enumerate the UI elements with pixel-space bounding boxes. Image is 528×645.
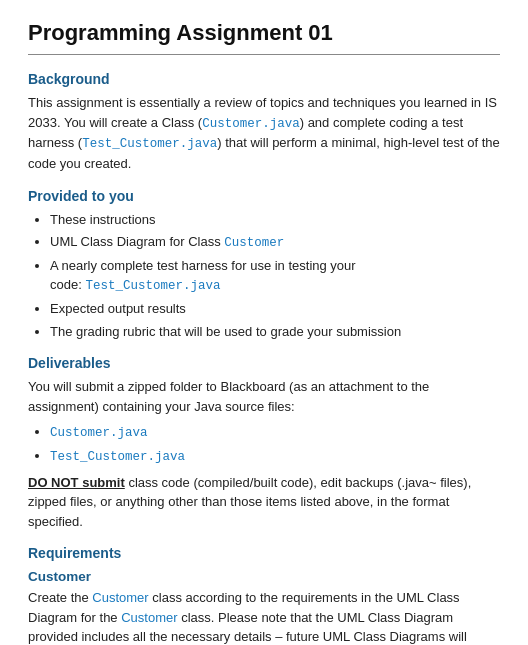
list-item: Customer.java xyxy=(50,422,500,443)
background-heading: Background xyxy=(28,71,500,87)
requirements-section: Requirements Customer Create the Custome… xyxy=(28,545,500,645)
title-divider xyxy=(28,54,500,55)
list-item: These instructions xyxy=(50,210,500,230)
customer-subheading: Customer xyxy=(28,569,500,584)
customer-inline2: Customer xyxy=(121,610,177,625)
test-customer-java-link[interactable]: Test_Customer.java xyxy=(50,450,185,464)
list-item: Test_Customer.java xyxy=(50,446,500,467)
customer-java-code: Customer.java xyxy=(202,117,300,131)
customer-code-ref: Customer xyxy=(224,236,284,250)
customer-inline: Customer xyxy=(92,590,148,605)
page-title: Programming Assignment 01 xyxy=(28,20,500,46)
do-not-submit-note: DO NOT submit class code (compiled/built… xyxy=(28,473,500,532)
test-customer-java-code: Test_Customer.java xyxy=(82,137,217,151)
provided-heading: Provided to you xyxy=(28,188,500,204)
list-item: The grading rubric that will be used to … xyxy=(50,322,500,342)
customer-java-link[interactable]: Customer.java xyxy=(50,426,148,440)
do-not-submit-bold: DO NOT submit xyxy=(28,475,125,490)
customer-description: Create the Customer class according to t… xyxy=(28,588,500,645)
provided-list: These instructions UML Class Diagram for… xyxy=(50,210,500,342)
deliverables-list: Customer.java Test_Customer.java xyxy=(50,422,500,467)
requirements-heading: Requirements xyxy=(28,545,500,561)
deliverables-text: You will submit a zipped folder to Black… xyxy=(28,377,500,416)
background-section: Background This assignment is essentiall… xyxy=(28,71,500,174)
background-text: This assignment is essentially a review … xyxy=(28,93,500,174)
list-item: UML Class Diagram for Class Customer xyxy=(50,232,500,253)
list-item: Expected output results xyxy=(50,299,500,319)
test-customer-ref: Test_Customer.java xyxy=(85,279,220,293)
list-item: A nearly complete test harness for use i… xyxy=(50,256,500,296)
deliverables-section: Deliverables You will submit a zipped fo… xyxy=(28,355,500,531)
deliverables-heading: Deliverables xyxy=(28,355,500,371)
provided-section: Provided to you These instructions UML C… xyxy=(28,188,500,342)
